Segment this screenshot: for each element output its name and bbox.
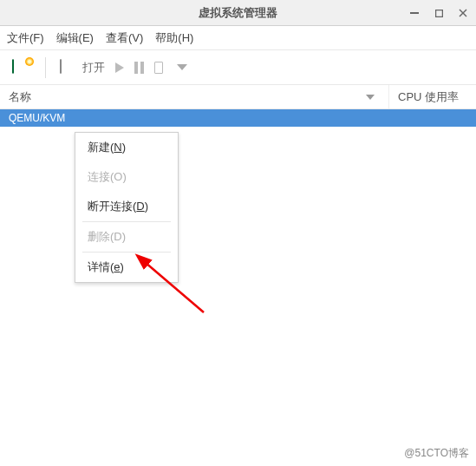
ctx-delete-label: 删除(D) (88, 229, 126, 245)
column-cpu-label: CPU 使用率 (398, 89, 459, 105)
ctx-connect: 连接(O) (75, 162, 178, 192)
toolbar: 打开 (0, 50, 476, 85)
ctx-connect-label: 连接(O) (88, 169, 127, 185)
titlebar: 虚拟系统管理器 (0, 0, 476, 26)
column-name-label: 名称 (9, 89, 31, 105)
window-controls (408, 0, 469, 26)
new-vm-icon (12, 60, 31, 75)
svg-rect-1 (435, 10, 442, 16)
menu-view[interactable]: 查看(V) (106, 30, 143, 46)
play-icon (115, 62, 124, 73)
ctx-new-label: 新建(N) (88, 140, 126, 155)
open-button[interactable]: 打开 (55, 56, 110, 79)
menubar: 文件(F) 编辑(E) 查看(V) 帮助(H) (0, 26, 476, 50)
stop-icon (154, 62, 163, 74)
maximize-button[interactable] (433, 7, 445, 19)
run-button[interactable] (110, 59, 129, 76)
shutdown-menu-button[interactable] (168, 61, 192, 74)
ctx-new[interactable]: 新建(N) (75, 133, 178, 162)
ctx-disconnect[interactable]: 断开连接(D) (75, 192, 178, 221)
column-headers: 名称 CPU 使用率 (0, 85, 476, 109)
window-title: 虚拟系统管理器 (199, 5, 277, 21)
svg-rect-0 (410, 12, 419, 14)
shutdown-button[interactable] (149, 58, 168, 77)
connection-list: QEMU/KVM (0, 109, 476, 448)
watermark: @51CTO博客 (404, 446, 469, 461)
connection-label: QEMU/KVM (9, 112, 65, 124)
pause-button[interactable] (129, 58, 149, 77)
open-label: 打开 (82, 60, 105, 75)
ctx-delete: 删除(D) (75, 222, 178, 252)
sort-indicator-icon (366, 95, 375, 100)
chevron-down-icon (177, 64, 187, 70)
open-icon (60, 60, 79, 75)
new-vm-button[interactable] (7, 56, 36, 79)
ctx-disconnect-label: 断开连接(D) (88, 199, 148, 214)
pause-icon (134, 62, 144, 74)
connection-row[interactable]: QEMU/KVM (0, 109, 476, 127)
context-menu: 新建(N) 连接(O) 断开连接(D) 删除(D) 详情(e) (75, 132, 179, 283)
ctx-details[interactable]: 详情(e) (75, 253, 178, 282)
column-name[interactable]: 名称 (0, 85, 389, 108)
menu-edit[interactable]: 编辑(E) (56, 30, 94, 46)
minimize-button[interactable] (408, 7, 421, 19)
close-button[interactable] (457, 7, 469, 19)
ctx-details-label: 详情(e) (88, 259, 124, 275)
column-cpu[interactable]: CPU 使用率 (389, 85, 476, 108)
menu-file[interactable]: 文件(F) (7, 30, 44, 46)
menu-help[interactable]: 帮助(H) (155, 30, 193, 46)
toolbar-separator (45, 57, 46, 78)
